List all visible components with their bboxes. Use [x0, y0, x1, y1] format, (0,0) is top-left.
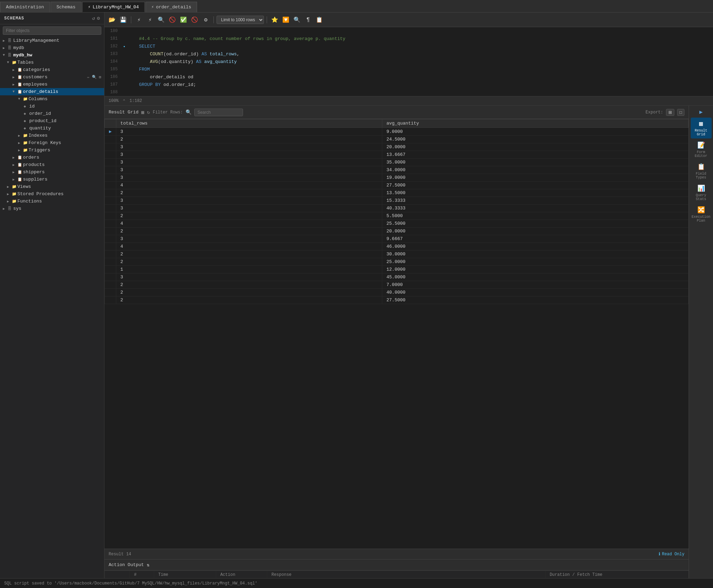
- table-row: 335.0000: [105, 159, 689, 166]
- result-grid-label: Result Grid: [109, 110, 139, 115]
- folder-icon: 📁: [23, 148, 27, 152]
- row-marker-cell: [105, 251, 116, 258]
- filter-rows-label: Filter Rows:: [153, 110, 183, 115]
- editor-lines: 180 181 #4.4 -- Group by c. name, count …: [104, 27, 713, 96]
- grid-view-icon[interactable]: ▦: [141, 109, 144, 115]
- filter-objects-input[interactable]: [3, 26, 101, 35]
- execution-plan-panel-button[interactable]: 🔀 Execution Plan: [691, 204, 712, 225]
- sidebar-item-columns[interactable]: ▼ 📁 Columns: [0, 95, 104, 103]
- sidebar-item-suppliers[interactable]: ▶ 📋 suppliers: [0, 176, 104, 183]
- result-tab-label[interactable]: Result 14: [109, 552, 131, 557]
- refresh-icon[interactable]: ↻: [147, 109, 150, 115]
- explain-button[interactable]: 🔍: [156, 15, 166, 25]
- sidebar-item-orders[interactable]: ▶ 📋 orders: [0, 154, 104, 161]
- table-body: ▶39.0000224.5000320.0000313.6667335.0000…: [105, 128, 689, 304]
- export-button[interactable]: ⊞: [666, 109, 674, 116]
- sidebar-item-label: mydb_hw: [13, 53, 32, 58]
- sidebar-item-functions[interactable]: ▶ 📁 Functions: [0, 198, 104, 205]
- col-header-avg-quantity[interactable]: avg_quantity: [382, 119, 689, 128]
- tab-library[interactable]: ⚡ LibraryMngt_HW_04: [82, 2, 145, 12]
- execute-selection-button[interactable]: ⚡: [145, 15, 155, 25]
- beautify-button[interactable]: 🔽: [281, 15, 291, 25]
- sidebar-item-label: order_details: [23, 89, 58, 94]
- sidebar-item-views[interactable]: ▶ 📁 Views: [0, 183, 104, 190]
- settings-icon[interactable]: ⚙: [97, 15, 100, 21]
- rollback-button[interactable]: 🚫: [190, 15, 199, 25]
- cell-total-rows: 3: [116, 205, 382, 212]
- cell-avg-quantity: 9.6667: [382, 235, 689, 243]
- cell-total-rows: 2: [116, 289, 382, 296]
- commit-button[interactable]: ✅: [179, 15, 188, 25]
- sidebar-item-tables[interactable]: ▼ 📁 Tables: [0, 59, 104, 66]
- sidebar-item-librarymgmt[interactable]: ▶ 🗄 LibraryManagement: [0, 37, 104, 44]
- form-editor-panel-button[interactable]: 📝 Form Editor: [691, 139, 712, 160]
- sidebar: SCHEMAS ↺ ⚙ ▶ 🗄 LibraryManagement ▶ 🗄 my…: [0, 13, 104, 588]
- sidebar-item-employees[interactable]: ▶ 📋 employees: [0, 81, 104, 88]
- table-row: 313.6667: [105, 151, 689, 159]
- sidebar-item-mydb-hw[interactable]: ▼ 🗄 mydb_hw: [0, 51, 104, 59]
- zoom-stepper[interactable]: ⌃: [123, 98, 125, 104]
- sidebar-item-sys[interactable]: ▶ 🗄 sys: [0, 205, 104, 212]
- result-grid-panel-button[interactable]: ▦ Result Grid: [691, 118, 712, 138]
- table-icon: 📋: [17, 82, 22, 87]
- expand-button[interactable]: □: [677, 109, 684, 116]
- cell-total-rows: 2: [116, 228, 382, 235]
- data-grid[interactable]: total_rows avg_quantity ▶39.0000224.5000…: [104, 119, 689, 549]
- stop-button[interactable]: 🚫: [167, 15, 177, 25]
- sidebar-item-col-id[interactable]: ◆ id: [0, 103, 104, 110]
- sidebar-item-label: customers: [23, 74, 47, 80]
- execute-button[interactable]: ⚡: [134, 15, 144, 25]
- sidebar-item-col-quantity[interactable]: ◆ quantity: [0, 125, 104, 132]
- sidebar-item-col-order-id[interactable]: ◆ order_id: [0, 110, 104, 117]
- sidebar-item-triggers[interactable]: ▶ 📁 Triggers: [0, 146, 104, 154]
- table-row: 315.3333: [105, 197, 689, 205]
- line-number: 183: [104, 51, 122, 56]
- find-button[interactable]: 🔍: [292, 15, 302, 25]
- sidebar-item-shippers[interactable]: ▶ 📋 shippers: [0, 168, 104, 176]
- field-types-panel-button[interactable]: 📋 Field Types: [691, 161, 712, 182]
- row-marker-cell: [105, 258, 116, 266]
- sidebar-item-mydb[interactable]: ▶ 🗄 mydb: [0, 44, 104, 51]
- sidebar-item-categories[interactable]: ▶ 📋 categories: [0, 66, 104, 73]
- line-content: AVG(od.quantity) AS avg_quantity: [127, 59, 713, 64]
- search-input[interactable]: [194, 109, 243, 116]
- sidebar-title: SCHEMAS: [4, 16, 24, 21]
- expand-arrow-icon[interactable]: ▶: [698, 107, 704, 117]
- export-label: Export:: [645, 110, 663, 115]
- refresh-icon[interactable]: ↺: [92, 15, 95, 21]
- toggle-button[interactable]: ⚙️: [201, 15, 211, 25]
- row-marker-cell: [105, 273, 116, 281]
- snippets-button[interactable]: 📋: [314, 15, 324, 25]
- sidebar-item-foreign-keys[interactable]: ▶ 📁 Foreign Keys: [0, 139, 104, 146]
- sidebar-item-customers[interactable]: ▶ 📋 customers ✏ 🔍 ⊞: [0, 73, 104, 81]
- col-header-total-rows[interactable]: total_rows: [116, 119, 382, 128]
- sidebar-item-col-product-id[interactable]: ◆ product_id: [0, 117, 104, 125]
- sidebar-item-stored-procs[interactable]: ▶ 📁 Stored Procedures: [0, 190, 104, 198]
- cell-avg-quantity: 25.0000: [382, 258, 689, 266]
- form-editor-btn-label: Form Editor: [692, 150, 710, 158]
- filter-icon[interactable]: 🔍: [186, 109, 191, 115]
- query-stats-icon: 📊: [697, 184, 705, 192]
- cell-avg-quantity: 15.3333: [382, 197, 689, 205]
- sidebar-item-indexes[interactable]: ▶ 📁 Indexes: [0, 132, 104, 139]
- format-button[interactable]: ¶: [303, 15, 313, 25]
- form-editor-icon: 📝: [697, 141, 705, 149]
- row-marker-cell: [105, 174, 116, 182]
- tab-schemas[interactable]: Schemas: [50, 2, 81, 12]
- sidebar-item-order-details[interactable]: ▼ 📋 order_details: [0, 88, 104, 95]
- tab-administration[interactable]: Administration: [0, 2, 50, 12]
- bookmark-button[interactable]: ⭐: [270, 15, 280, 25]
- editor-line-180: 180: [104, 27, 713, 35]
- sidebar-item-products[interactable]: ▶ 📋 products: [0, 161, 104, 168]
- sort-icon[interactable]: ⇅: [147, 562, 149, 568]
- tab-order-details[interactable]: ⚡ order_details: [146, 2, 197, 12]
- cell-avg-quantity: 9.0000: [382, 128, 689, 136]
- save-button[interactable]: 💾: [118, 15, 128, 25]
- sidebar-item-label: id: [29, 104, 35, 109]
- sql-editor[interactable]: 180 181 #4.4 -- Group by c. name, count …: [104, 27, 713, 96]
- limit-rows-select[interactable]: Limit to 1000 rows: [217, 16, 264, 24]
- table-icon: 📋: [17, 162, 22, 167]
- query-stats-panel-button[interactable]: 📊 Query Stats: [691, 182, 712, 203]
- chevron-right-icon: ▶: [18, 134, 22, 138]
- open-file-button[interactable]: 📂: [107, 15, 117, 25]
